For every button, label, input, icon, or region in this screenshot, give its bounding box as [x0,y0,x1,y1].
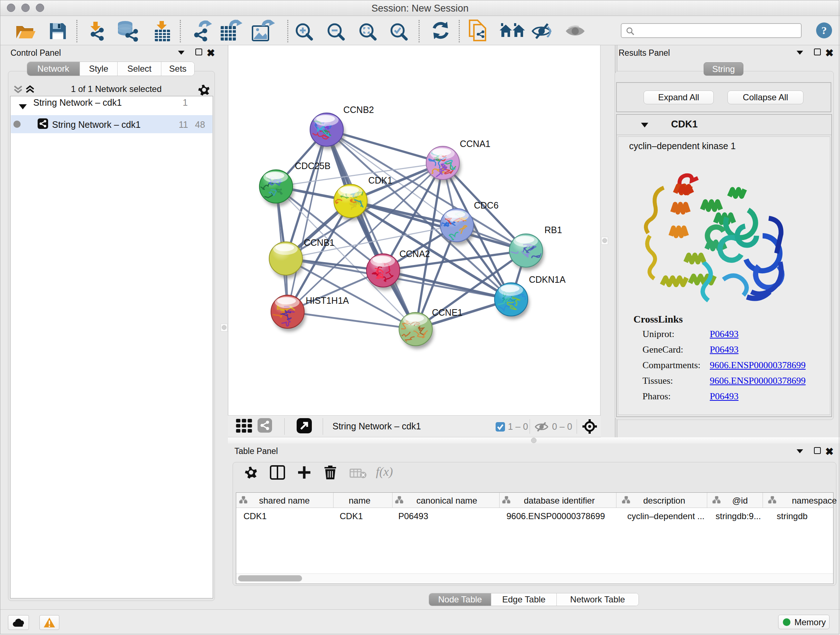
svg-text:CCNB1: CCNB1 [304,238,335,248]
svg-text:CCNA1: CCNA1 [460,139,491,149]
svg-text:CDC6: CDC6 [474,200,499,211]
svg-text:CDC25B: CDC25B [295,161,331,171]
svg-text:CCNB2: CCNB2 [343,105,374,115]
svg-text:CCNE1: CCNE1 [432,307,463,318]
svg-text:?: ? [821,24,827,36]
svg-text:HIST1H1A: HIST1H1A [306,295,349,306]
svg-text:CDK1: CDK1 [368,175,393,185]
svg-text:CCNA2: CCNA2 [399,249,430,259]
svg-text:RB1: RB1 [545,225,562,235]
svg-text:CDKN1A: CDKN1A [529,274,566,285]
